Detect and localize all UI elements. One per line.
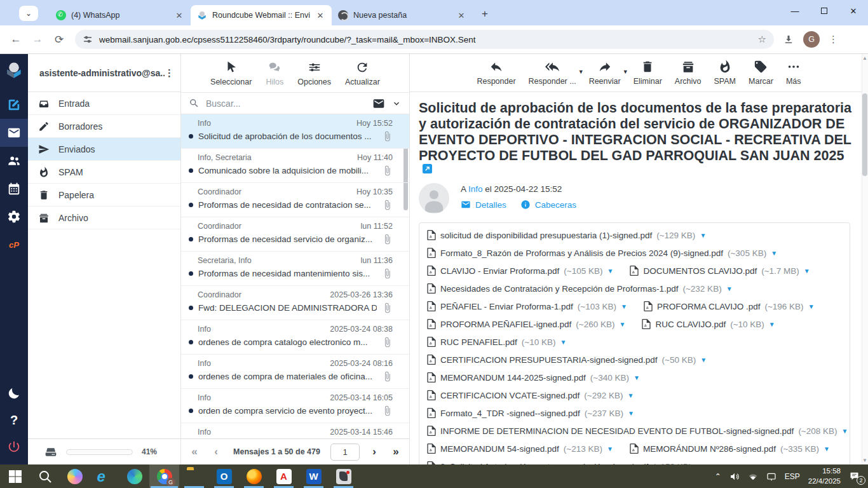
attachment-item[interactable]: PEÑAFIEL - Enviar Proforma-1.pdf (~103 K…	[427, 297, 627, 315]
taskbar-chrome-button[interactable]: G	[149, 464, 179, 488]
más-button[interactable]: Más	[786, 60, 801, 86]
rail-contacts-button[interactable]	[0, 147, 28, 175]
taskbar-internet-explorer-button[interactable]: e	[90, 464, 119, 488]
search-input[interactable]	[206, 98, 366, 109]
attachment-item[interactable]: PROFORMA CLAVIJO .pdf (~196 KB) ▼	[644, 297, 815, 315]
message-list-item[interactable]: Info 2025-03-14 15:46	[181, 423, 409, 438]
opciones-button[interactable]: Opciones	[297, 60, 331, 86]
search-scope-envelope-icon[interactable]	[372, 97, 385, 110]
attachment-menu-caret-icon[interactable]: ▼	[700, 356, 707, 363]
taskbar-firefox-button[interactable]	[239, 464, 269, 488]
taskbar-generic-app-button[interactable]	[329, 464, 358, 488]
actualizar-button[interactable]: Actualizar	[345, 60, 380, 86]
attachment-menu-caret-icon[interactable]: ▼	[560, 339, 566, 346]
attachment-menu-caret-icon[interactable]: ▼	[804, 268, 810, 274]
reload-button[interactable]: ⟳	[48, 33, 70, 46]
tab-close-icon[interactable]: ✕	[174, 11, 184, 20]
attachment-menu-caret-icon[interactable]: ▼	[620, 321, 626, 328]
attachment-menu-caret-icon[interactable]: ▼	[771, 250, 777, 257]
tab-close-icon[interactable]: ✕	[315, 11, 325, 20]
responder--button[interactable]: Responder ... ▼	[529, 60, 576, 86]
attachment-menu-caret-icon[interactable]: ▼	[607, 445, 613, 452]
wifi-icon[interactable]	[748, 471, 758, 482]
taskbar-acrobat-button[interactable]: A	[269, 464, 299, 488]
responder-button[interactable]: Responder	[477, 60, 515, 86]
attachment-menu-caret-icon[interactable]: ▼	[842, 428, 848, 435]
scroll-down-icon[interactable]: ▼	[862, 458, 867, 463]
browser-tab[interactable]: Nueva pestaña ✕	[332, 5, 473, 25]
attachment-item[interactable]: RUC CLAVIJO.pdf (~10 KB) ▼	[642, 315, 775, 333]
attachment-item[interactable]: MEMORANDUM 144-2025-signed.pdf (~340 KB)…	[427, 369, 640, 386]
attachment-menu-caret-icon[interactable]: ▼	[634, 374, 640, 381]
message-list-item[interactable]: Info 2025-03-24 08:16 ordenes de compra …	[181, 355, 409, 389]
first-page-button[interactable]: «	[187, 445, 201, 458]
attachment-menu-caret-icon[interactable]: ▼	[700, 232, 706, 239]
browser-tab[interactable]: (4) WhatsApp ✕	[50, 5, 191, 25]
folder-options-icon[interactable]: ⋮	[165, 67, 174, 79]
taskbar-file-explorer-button[interactable]	[179, 464, 209, 488]
attachment-menu-caret-icon[interactable]: ▼	[769, 321, 775, 328]
last-page-button[interactable]: »	[389, 445, 403, 458]
attachment-item[interactable]: INFORME DE DETERMINACION DE NECESIDAD EV…	[427, 422, 848, 440]
open-in-new-window-icon[interactable]	[423, 164, 432, 173]
browser-tab[interactable]: Roundcube Webmail :: Enviados ✕	[191, 5, 332, 25]
prev-page-button[interactable]: ‹	[209, 445, 223, 458]
site-controls-icon[interactable]	[83, 34, 93, 44]
address-bar[interactable]: webmail.sanjuan.gob.ec/cpsess5112258460/…	[75, 30, 774, 49]
seleccionar-button[interactable]: Seleccionar	[210, 60, 252, 86]
next-page-button[interactable]: ›	[367, 445, 381, 458]
attachment-item[interactable]: 8. Solicitud Autorización contra y resol…	[427, 458, 702, 464]
scroll-up-icon[interactable]: ▲	[862, 55, 867, 61]
clock[interactable]: 15:58 22/4/2025	[808, 466, 841, 486]
view-scrollbar[interactable]: ▲ ▼	[862, 54, 868, 464]
detalles-link[interactable]: Detalles	[461, 200, 506, 210]
bookmark-star-icon[interactable]: ☆	[758, 34, 766, 45]
dropdown-caret-icon[interactable]: ▼	[578, 69, 584, 75]
attachment-item[interactable]: Formato_8_Razón de Proformas y Análisis …	[427, 244, 777, 262]
downloads-icon[interactable]	[783, 34, 794, 45]
attachment-item[interactable]: PROFORMA PEÑAFIEL-igned.pdf (~260 KB) ▼	[427, 315, 625, 333]
attachment-item[interactable]: CERTIFICACION PRESUPUESTARIA-signed-sign…	[427, 351, 707, 369]
attachment-item[interactable]: Necesidades de Contratación y Recepción …	[427, 280, 733, 297]
search-icon[interactable]	[189, 98, 200, 109]
archivo-button[interactable]: Archivo	[675, 60, 702, 86]
taskbar-word-button[interactable]: W	[299, 464, 329, 488]
attachment-menu-caret-icon[interactable]: ▼	[628, 410, 634, 417]
rail-cpanel-button[interactable]: cP	[0, 231, 28, 259]
rail-settings-button[interactable]	[0, 203, 28, 231]
taskbar-outlook-button[interactable]: O	[209, 464, 239, 488]
cast-screen-icon[interactable]	[766, 471, 776, 482]
search-options-chevron-icon[interactable]	[391, 98, 402, 109]
attachment-menu-caret-icon[interactable]: ▼	[607, 268, 613, 274]
attachment-item[interactable]: RUC PENAFIEL.pdf (~10 KB) ▼	[427, 333, 566, 351]
attachment-item[interactable]: MEMORANDUM 54-signed.pdf (~213 KB) ▼	[427, 440, 613, 458]
help-button[interactable]: ?	[10, 407, 18, 433]
page-number-input[interactable]	[330, 444, 360, 461]
message-list-item[interactable]: Coordinador lun 11:52 Proformas de neces…	[181, 217, 409, 252]
taskbar-start-button[interactable]	[0, 464, 30, 488]
folder-item-papelera[interactable]: Papelera	[28, 184, 180, 207]
message-list-item[interactable]: Info 2025-03-24 08:38 ordenes de compra …	[181, 320, 409, 355]
folder-item-enviados[interactable]: Enviados	[28, 138, 180, 161]
message-list-item[interactable]: Info, Secretaria Hoy 11:40 Comunicado so…	[181, 149, 409, 183]
forward-button[interactable]: →	[27, 33, 48, 46]
folder-item-entrada[interactable]: Entrada	[28, 92, 180, 115]
marcar-button[interactable]: Marcar	[749, 60, 773, 86]
recipient-link[interactable]: Info	[468, 184, 483, 194]
folder-item-spam[interactable]: SPAM	[28, 161, 180, 184]
attachment-item[interactable]: CERTIFICACION VCATE-signed.pdf (~292 KB)…	[427, 386, 634, 404]
language-indicator[interactable]: ESP	[785, 472, 800, 481]
minimize-button[interactable]: —	[780, 0, 810, 22]
rail-mail-button[interactable]	[0, 119, 28, 147]
back-button[interactable]: ←	[5, 33, 27, 46]
volume-icon[interactable]	[729, 471, 740, 482]
restore-button[interactable]	[810, 0, 839, 22]
url-text[interactable]: webmail.sanjuan.gob.ec/cpsess5112258460/…	[99, 35, 752, 44]
notifications-button[interactable]: 2	[849, 471, 862, 482]
logout-button[interactable]	[0, 433, 28, 461]
close-button[interactable]: ✕	[839, 0, 868, 22]
attachment-menu-caret-icon[interactable]: ▼	[627, 392, 634, 399]
message-list-item[interactable]: Coordinador Hoy 10:35 Proformas de neces…	[181, 183, 409, 217]
taskbar-copilot-button[interactable]	[60, 464, 90, 488]
cabeceras-link[interactable]: Cabeceras	[520, 200, 576, 210]
